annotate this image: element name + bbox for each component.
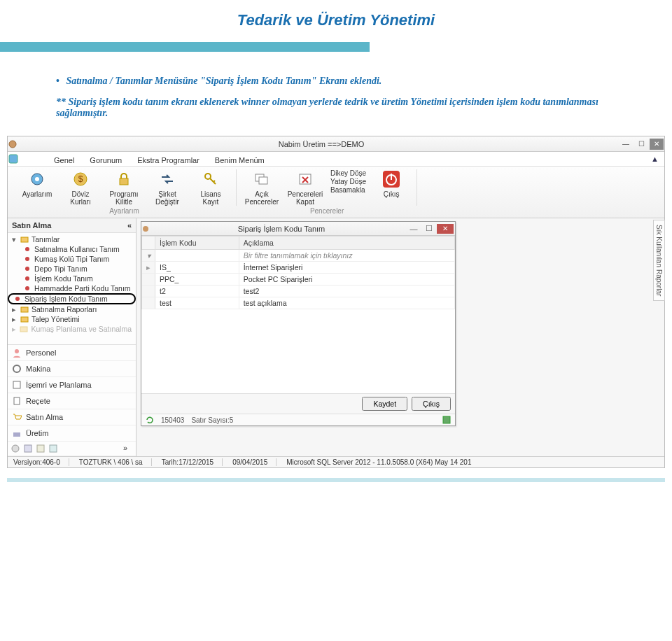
folder-icon (20, 325, 28, 333)
ribbon-btn-kilitle[interactable]: Programı Kilitle (106, 169, 142, 206)
ribbon-tab-ekstra[interactable]: Ekstra Programlar (134, 155, 202, 166)
maximize-button[interactable]: ☐ (634, 139, 648, 150)
nav-makina[interactable]: Makina (8, 361, 136, 377)
ribbon-btn-basamakla[interactable]: Basamakla (330, 186, 366, 194)
svg-point-29 (12, 445, 19, 452)
ribbon-tab-gorunum[interactable]: Gorunum (87, 155, 125, 166)
svg-rect-23 (20, 327, 27, 332)
child-minimize-button[interactable]: — (406, 225, 421, 233)
sidebar-item-depo-tipi[interactable]: Depo Tipi Tanım (8, 264, 136, 274)
save-button[interactable]: Kaydet (362, 397, 407, 411)
table-row[interactable]: PPC_Pocket PC Siparişleri (142, 274, 455, 286)
sidebar-item-hammadde-parti[interactable]: Hammadde Parti Kodu Tanım (8, 283, 136, 293)
nav-personel[interactable]: Personel (8, 345, 136, 361)
sidebar-item-kumas-planlama[interactable]: ▸Kumaş Planlama ve Satınalma (8, 324, 136, 334)
ribbon-btn-doviz[interactable]: $ Döviz Kurları (62, 169, 99, 206)
toolbar-icon-4[interactable] (48, 444, 58, 453)
ribbon-btn-yatay[interactable]: Yatay Döşe (330, 178, 366, 185)
child-icon (141, 225, 157, 233)
person-icon (12, 348, 22, 358)
ribbon-appmenu-icon[interactable] (8, 153, 27, 164)
vertical-tab-sik-kullanilan[interactable]: Sık Kullanılan Raporlar (653, 220, 665, 301)
sidebar-collapse-icon[interactable]: « (127, 221, 132, 230)
svg-point-20 (15, 297, 20, 301)
app-title: Nabim Üretim ==>DEMO (24, 140, 618, 148)
table-row[interactable]: testtest açıklama (142, 297, 455, 309)
ribbon-btn-sirket[interactable]: Şirket Değiştir (149, 169, 186, 206)
gear-blue-icon (27, 169, 47, 189)
child-maximize-button[interactable]: ☐ (421, 224, 437, 233)
child-window: Sipariş İşlem Kodu Tanım — ☐ ✕ İşlem Kod… (141, 221, 456, 426)
status-date: Tarih:17/12/2015 (162, 458, 223, 466)
svg-point-15 (25, 247, 29, 251)
svg-point-33 (143, 226, 148, 232)
svg-point-3 (35, 177, 39, 181)
lock-icon (114, 169, 134, 189)
sidebar-item-islem-kodu[interactable]: İşlem Kodu Tanım (8, 274, 136, 283)
child-exit-button[interactable]: Çıkış (412, 397, 451, 411)
svg-rect-21 (21, 307, 28, 312)
app-window: Nabim Üretim ==>DEMO — ☐ ✕ Genel Gorunum… (7, 136, 665, 468)
nav-isemri[interactable]: İşemri ve Planlama (8, 377, 136, 393)
child-close-button[interactable]: ✕ (437, 224, 454, 234)
nav-recete[interactable]: Reçete (8, 393, 136, 409)
table-row[interactable]: ▸IS_İnternet Siparişleri (142, 262, 455, 274)
folder-icon (20, 315, 29, 323)
minimize-button[interactable]: — (619, 139, 633, 150)
svg-rect-14 (21, 237, 28, 242)
ribbon-btn-lisans[interactable]: Lisans Kayıt (192, 169, 229, 206)
child-title: Sipariş İşlem Kodu Tanım (157, 225, 406, 233)
sidebar-title: Satın Alma (12, 221, 51, 230)
ribbon-tab-benim[interactable]: Benim Menüm (212, 155, 267, 166)
col-islem-kodu[interactable]: İşlem Kodu (155, 237, 239, 250)
ribbon-collapse-icon[interactable]: ▲ (645, 155, 664, 163)
ribbon-btn-cikis[interactable]: Çıkış (373, 169, 410, 198)
nav-satin-alma[interactable]: Satın Alma (8, 409, 136, 425)
svg-rect-6 (120, 178, 128, 185)
sidebar-item-tanimlar[interactable]: ▾ Tanımlar (8, 234, 136, 244)
filter-cell[interactable] (155, 250, 239, 262)
svg-rect-28 (13, 432, 20, 437)
page-title: Tedarik ve Üretim Yönetimi (237, 11, 435, 29)
toolbar-icon-3[interactable] (36, 444, 46, 453)
ribbon-group-caption-pencereler: Pencereler (237, 206, 417, 215)
sidebar-item-satinalma-kullanici[interactable]: Satınalma Kullanıcı Tanım (8, 244, 136, 254)
sidebar-item-kumas-kolu[interactable]: Kumaş Kolü Tipi Tanım (8, 254, 136, 264)
ribbon-btn-acik-pencereler[interactable]: Açık Pencereler (244, 169, 280, 206)
plan-icon (12, 380, 22, 390)
filter-hint[interactable]: Bir filtre tanımlamak için tıklayınız (239, 250, 454, 262)
status-excel-icon[interactable] (442, 416, 451, 424)
leaf-icon (23, 245, 31, 253)
status-date: 150403 (161, 416, 184, 424)
ribbon-btn-dikey[interactable]: Dikey Döşe (330, 169, 366, 177)
toolbar-chevron-icon[interactable]: » (123, 444, 133, 453)
sidebar-item-siparis-islem-kodu[interactable]: Sipariş İşlem Kodu Tanım (8, 293, 136, 304)
sidebar-item-satinalma-raporlari[interactable]: ▸Satınalma Raporları (8, 304, 136, 314)
factory-icon (12, 428, 22, 438)
recipe-icon (12, 396, 22, 406)
sidebar-item-talep-yonetimi[interactable]: ▸Talep Yönetimi (8, 314, 136, 324)
cart-icon (12, 412, 22, 422)
nav-uretim[interactable]: Üretim (8, 425, 136, 442)
ribbon-btn-ayarlarim[interactable]: Ayarlarım (19, 169, 55, 198)
toolbar-icon-1[interactable] (10, 444, 20, 453)
close-button[interactable]: ✕ (650, 139, 664, 150)
app-icon (8, 139, 24, 149)
ribbon-group-caption-ayarlarim: Ayarlarım (12, 206, 237, 215)
ribbon-tab-genel[interactable]: Genel (51, 155, 77, 166)
bullet-icon: • (56, 76, 59, 86)
status-refresh-icon[interactable] (146, 416, 154, 424)
toolbar-icon-2[interactable] (23, 444, 33, 453)
swap-icon (158, 169, 177, 189)
table-row[interactable]: t2test2 (142, 286, 455, 297)
filter-rowhead[interactable]: ▾ (142, 250, 155, 262)
leaf-icon (23, 255, 31, 263)
data-grid[interactable]: İşlem Kodu Açıklama ▾ Bir filtre tanımla… (141, 236, 455, 309)
status-sql: Microsoft SQL Server 2012 - 11.0.5058.0 … (286, 458, 479, 466)
leaf-icon (23, 274, 31, 283)
svg-rect-22 (21, 317, 28, 322)
svg-rect-30 (24, 445, 31, 452)
title-underline (0, 42, 370, 52)
ribbon-btn-pencereleri-kapat[interactable]: Pencereleri Kapat (287, 169, 323, 206)
col-aciklama[interactable]: Açıklama (239, 237, 454, 250)
